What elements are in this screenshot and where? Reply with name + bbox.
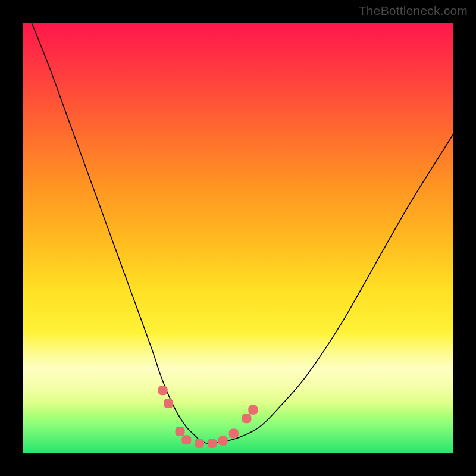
curve-marker (218, 436, 228, 446)
curve-marker (181, 435, 191, 444)
curve-marker (248, 405, 258, 415)
bottleneck-curve (32, 23, 453, 443)
curve-marker (208, 439, 217, 448)
curve-marker (242, 414, 251, 423)
curve-marker (164, 399, 173, 408)
curve-marker (158, 386, 168, 395)
curve-marker (229, 429, 239, 439)
curve-markers (158, 386, 258, 448)
chart-frame: TheBottleneck.com (0, 0, 476, 476)
curve-layer (23, 23, 453, 453)
curve-marker (195, 439, 204, 448)
plot-area (23, 23, 453, 453)
curve-marker (176, 427, 185, 436)
watermark-text: TheBottleneck.com (359, 4, 468, 18)
